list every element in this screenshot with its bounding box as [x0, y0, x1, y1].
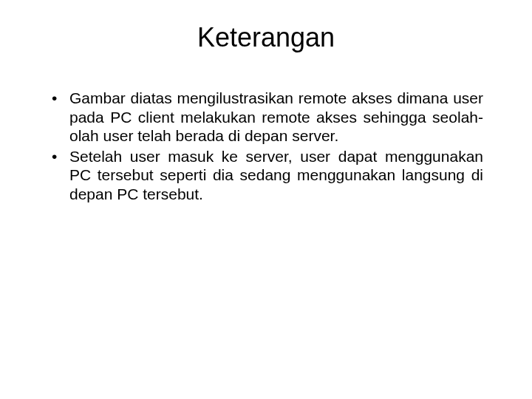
slide: Keterangan Gambar diatas mengilustrasika… — [0, 0, 532, 399]
bullet-list: Gambar diatas mengilustrasikan remote ak… — [35, 89, 497, 204]
list-item: Setelah user masuk ke server, user dapat… — [49, 147, 483, 204]
list-item: Gambar diatas mengilustrasikan remote ak… — [49, 89, 483, 146]
slide-title: Keterangan — [35, 22, 497, 53]
